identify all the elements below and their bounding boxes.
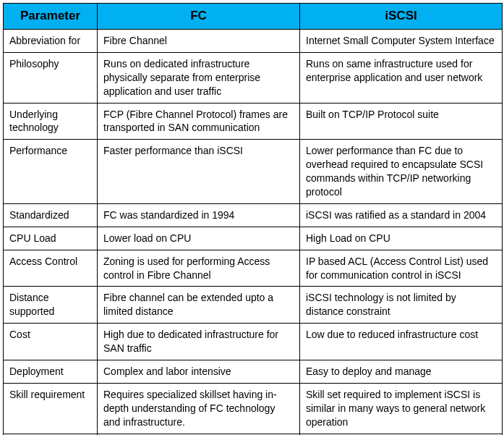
fc-cell: Faster performance than iSCSI xyxy=(98,140,300,204)
table-header-row: Parameter FC iSCSI xyxy=(4,4,503,30)
fc-cell: Fibre channel can be extended upto a lim… xyxy=(98,287,300,324)
iscsi-cell: IP based ACL (Access Control List) used … xyxy=(300,250,503,287)
parameter-cell: Deployment xyxy=(4,360,98,383)
table-row: CostHigh due to dedicated infrastructure… xyxy=(4,324,503,360)
table-row: Underlying technologyFCP (Fibre Channel … xyxy=(4,103,503,140)
fc-cell: Zoning is used for performing Access con… xyxy=(98,250,300,287)
fc-cell: Fibre Channel xyxy=(98,29,300,52)
parameter-cell: Standardized xyxy=(4,203,98,227)
header-parameter: Parameter xyxy=(4,4,98,30)
fc-cell: Requires specialized skillset having in-… xyxy=(98,383,300,434)
table-row: Access ControlZoning is used for perform… xyxy=(4,250,503,287)
iscsi-cell: iSCSI technology is not limited by dista… xyxy=(300,287,503,324)
header-iscsi: iSCSI xyxy=(300,4,503,30)
iscsi-cell: Runs on same infrastructure used for ent… xyxy=(300,52,503,103)
iscsi-cell: High Load on CPU xyxy=(300,227,503,250)
fc-cell: Complex and labor intensive xyxy=(98,360,300,383)
header-fc: FC xyxy=(98,4,300,30)
parameter-cell: Access Control xyxy=(4,250,98,287)
iscsi-cell: Internet Small Computer System Interface xyxy=(300,29,503,52)
fc-cell: Lower load on CPU xyxy=(98,227,300,250)
comparison-table: Parameter FC iSCSI Abbreviation forFibre… xyxy=(3,3,503,435)
parameter-cell: Cost xyxy=(4,324,98,360)
iscsi-cell: iSCSI was ratified as a standard in 2004 xyxy=(300,203,503,227)
table-row: PerformanceFaster performance than iSCSI… xyxy=(4,140,503,204)
table-row: Distance supportedFibre channel can be e… xyxy=(4,287,503,324)
parameter-cell: Skill requirement xyxy=(4,383,98,434)
fc-cell: FCP (Fibre Channel Protocol) frames are … xyxy=(98,103,300,140)
parameter-cell: Distance supported xyxy=(4,287,98,324)
fc-cell: Runs on dedicated infrastructure physica… xyxy=(98,52,300,103)
parameter-cell: Performance xyxy=(4,140,98,204)
iscsi-cell: Lower performance than FC due to overhea… xyxy=(300,140,503,204)
table-row: CPU LoadLower load on CPUHigh Load on CP… xyxy=(4,227,503,250)
table-row: PhilosophyRuns on dedicated infrastructu… xyxy=(4,52,503,103)
table-row: Skill requirementRequires specialized sk… xyxy=(4,383,503,434)
table-row: DeploymentComplex and labor intensiveEas… xyxy=(4,360,503,383)
fc-cell: High due to dedicated infrastructure for… xyxy=(98,324,300,360)
parameter-cell: CPU Load xyxy=(4,227,98,250)
table-row: StandardizedFC was standardized in 1994i… xyxy=(4,203,503,227)
iscsi-cell: Easy to deploy and manage xyxy=(300,360,503,383)
parameter-cell: Abbreviation for xyxy=(4,29,98,52)
table-row: Abbreviation forFibre ChannelInternet Sm… xyxy=(4,29,503,52)
iscsi-cell: Low due to reduced infrastructure cost xyxy=(300,324,503,360)
fc-cell: FC was standardized in 1994 xyxy=(98,203,300,227)
iscsi-cell: Built on TCP/IP Protocol suite xyxy=(300,103,503,140)
parameter-cell: Philosophy xyxy=(4,52,98,103)
iscsi-cell: Skill set required to implement iSCSI is… xyxy=(300,383,503,434)
parameter-cell: Underlying technology xyxy=(4,103,98,140)
